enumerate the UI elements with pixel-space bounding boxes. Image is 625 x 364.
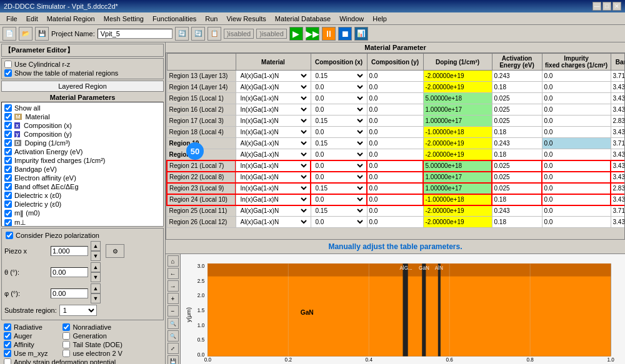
comp-x-select[interactable]: 0.0 (313, 94, 365, 102)
phi-up[interactable]: ▲ (91, 283, 101, 293)
piezo-x-down[interactable]: ▼ (91, 251, 101, 261)
substrate-select[interactable]: 1 (59, 305, 97, 316)
menu-help[interactable]: Help (369, 14, 391, 24)
affinity-cb[interactable] (4, 341, 11, 348)
stop-button[interactable]: ⏹ (338, 27, 352, 41)
material-select[interactable]: Al(x)Ga(1-x)N (238, 72, 309, 80)
param-comp-y-cb[interactable] (4, 130, 12, 138)
material-select[interactable]: In(x)Ga(1-x)N (238, 117, 309, 125)
apply-strain-cb[interactable] (4, 358, 11, 364)
tail-state-cb[interactable] (62, 341, 70, 348)
comp-x-select[interactable]: 0.0 (313, 83, 365, 91)
material-select[interactable]: Al(x)Ga(1-x)N (238, 150, 309, 159)
piezo-x-up[interactable]: ▲ (91, 241, 101, 251)
param-bandgap-cb[interactable] (4, 165, 12, 173)
menu-window[interactable]: Window (336, 14, 368, 24)
material-cell[interactable]: In(x)Ga(1-x)N (236, 93, 311, 104)
chart-minus-btn[interactable]: − (168, 305, 179, 317)
use-mxyz-cb[interactable] (4, 350, 11, 357)
material-select[interactable]: In(x)Ga(1-x)N (238, 128, 309, 136)
piezo-x-input[interactable] (51, 246, 88, 256)
menu-functionalities[interactable]: Functionalities (149, 14, 200, 24)
open-button[interactable]: 📂 (19, 27, 32, 41)
project-name-field[interactable]: Vpit_5 (98, 29, 172, 39)
comp-x-select[interactable]: 0.0 (313, 162, 365, 170)
comp-x-select[interactable]: 0.0 (313, 173, 365, 181)
chart-zoom-out-btn[interactable]: 🔍 (168, 330, 179, 342)
piezo-config-btn[interactable]: ⚙ (106, 244, 124, 258)
comp-x-select[interactable]: 0.0 (313, 106, 365, 114)
show-table-checkbox[interactable] (4, 69, 12, 77)
material-cell[interactable]: Al(x)Ga(1-x)N (236, 217, 311, 228)
comp-x-select[interactable]: 0.0 (313, 218, 365, 226)
save-button[interactable]: 💾 (35, 27, 49, 41)
material-cell[interactable]: Al(x)Ga(1-x)N (236, 205, 311, 217)
theta-up[interactable]: ▲ (91, 262, 101, 272)
material-cell[interactable]: In(x)Ga(1-x)N (236, 183, 311, 194)
material-select[interactable]: Al(x)Ga(1-x)N (238, 207, 309, 215)
param-dielectric-x-cb[interactable] (4, 192, 12, 199)
play-button[interactable]: ▶ (289, 27, 303, 41)
toolbar-btn-3[interactable]: 📋 (208, 27, 221, 41)
param-material-cb[interactable] (4, 113, 12, 121)
minimize-button[interactable]: — (592, 2, 601, 11)
menu-material-database[interactable]: Material Database (271, 14, 334, 24)
chart-plus-btn[interactable]: + (168, 293, 179, 304)
radiative-cb[interactable] (4, 323, 11, 331)
phi-input[interactable] (51, 288, 88, 298)
material-cell[interactable]: In(x)Ga(1-x)N (236, 116, 311, 127)
material-cell[interactable]: In(x)Ga(1-x)N (236, 172, 311, 183)
chart-save-btn[interactable]: 💾 (168, 355, 179, 364)
menu-edit[interactable]: Edit (22, 14, 42, 24)
theta-down[interactable]: ▼ (91, 272, 101, 282)
chart-left-btn[interactable]: ← (168, 268, 179, 279)
consider-piezo-cb[interactable] (6, 232, 13, 239)
param-activation-cb[interactable] (4, 148, 12, 155)
material-select[interactable]: Al(x)Ga(1-x)N (238, 139, 309, 147)
param-doping-cb[interactable] (4, 139, 12, 147)
menu-file[interactable]: File (2, 14, 21, 24)
comp-x-select[interactable]: 0.15 (313, 117, 365, 125)
pause-button[interactable]: ⏸ (322, 27, 336, 41)
param-dielectric-y-cb[interactable] (4, 200, 12, 208)
new-button[interactable]: 📄 (2, 27, 16, 41)
toolbar-btn-2[interactable]: 🔄 (191, 27, 205, 41)
param-mperp-cb[interactable] (4, 219, 12, 227)
comp-x-select[interactable]: 0.15 (313, 184, 365, 192)
chart-home-btn[interactable]: ⌂ (168, 255, 179, 267)
comp-x-select[interactable]: 0.0 (313, 150, 365, 159)
material-select[interactable]: In(x)Ga(1-x)N (238, 106, 309, 114)
param-band-offset-cb[interactable] (4, 183, 12, 190)
material-cell[interactable]: In(x)Ga(1-x)N (236, 104, 311, 116)
comp-x-select[interactable]: 0.15 (313, 139, 365, 147)
play-fast-button[interactable]: ▶▶ (306, 27, 319, 41)
material-select[interactable]: In(x)Ga(1-x)N (238, 94, 309, 102)
material-cell[interactable]: Al(x)Ga(1-x)N (236, 138, 311, 149)
material-cell[interactable]: In(x)Ga(1-x)N (236, 127, 311, 138)
material-select[interactable]: In(x)Ga(1-x)N (238, 184, 309, 192)
maximize-button[interactable]: □ (602, 2, 611, 11)
close-button[interactable]: ✕ (612, 2, 621, 11)
material-select[interactable]: In(x)Ga(1-x)N (238, 162, 309, 170)
phi-down[interactable]: ▼ (91, 293, 101, 303)
generation-cb[interactable] (62, 332, 70, 340)
menu-run[interactable]: Run (201, 14, 221, 24)
material-cell[interactable]: In(x)Ga(1-x)N (236, 160, 311, 172)
comp-x-select[interactable]: 0.15 (313, 72, 365, 80)
chart-expand-btn[interactable]: ⤢ (168, 343, 179, 354)
use-electron-2v-cb[interactable] (62, 350, 70, 357)
material-cell[interactable]: In(x)Ga(1-x)N (236, 194, 311, 205)
theta-input[interactable] (51, 267, 88, 277)
menu-material-region[interactable]: Material Region (43, 14, 99, 24)
menu-mesh-setting[interactable]: Mesh Setting (100, 14, 148, 24)
chart-right-btn[interactable]: → (168, 280, 179, 292)
param-show-all-cb[interactable] (4, 104, 12, 112)
table-container[interactable]: Material Composition (x) Composition (y)… (166, 52, 625, 240)
comp-x-select[interactable]: 0.15 (313, 207, 365, 215)
material-cell[interactable]: Al(x)Ga(1-x)N (236, 149, 311, 160)
title-bar-buttons[interactable]: — □ ✕ (592, 2, 621, 11)
param-electron-affinity-cb[interactable] (4, 174, 12, 182)
use-cylindrical-checkbox[interactable] (4, 61, 12, 68)
material-select[interactable]: In(x)Ga(1-x)N (238, 195, 309, 204)
comp-x-select[interactable]: 0.0 (313, 195, 365, 204)
